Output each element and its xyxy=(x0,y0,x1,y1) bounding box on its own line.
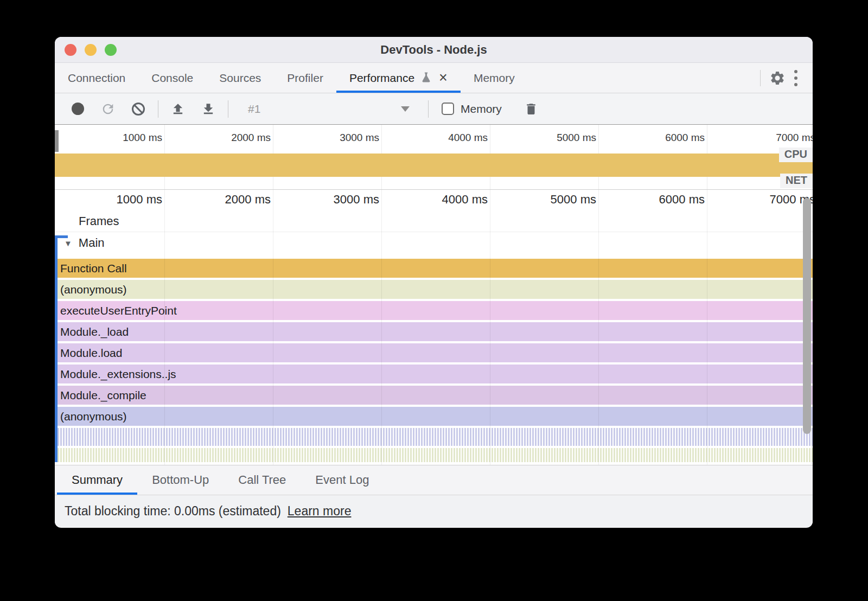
traffic-lights xyxy=(65,37,117,63)
kebab-dot xyxy=(794,76,797,80)
close-tab-icon[interactable]: × xyxy=(439,71,448,85)
main-track-header[interactable]: ▼ Main xyxy=(55,232,813,254)
flame-bar-module-extensions-js[interactable]: Module._extensions..js xyxy=(55,365,813,383)
vertical-scrollbar[interactable] xyxy=(803,198,811,434)
frames-track-header[interactable]: Frames xyxy=(55,210,813,232)
settings-button[interactable] xyxy=(761,70,794,86)
total-blocking-time-text: Total blocking time: 0.00ms (estimated) xyxy=(65,504,281,519)
flame-bar-anonymous[interactable]: (anonymous) xyxy=(55,280,813,299)
flame-bar-label: Module.load xyxy=(60,347,122,360)
overview-ruler-label: 7000 ms xyxy=(735,132,813,144)
tab-bottom-up[interactable]: Bottom-Up xyxy=(137,465,224,495)
flame-bar-module-load[interactable]: Module.load xyxy=(55,343,813,362)
overview-ruler-label: 1000 ms xyxy=(84,132,162,144)
overview-ruler-label: 6000 ms xyxy=(627,132,705,144)
learn-more-link[interactable]: Learn more xyxy=(288,504,352,519)
summary-statusbar: Total blocking time: 0.00ms (estimated) … xyxy=(55,495,813,527)
clear-button[interactable] xyxy=(123,101,154,117)
kebab-dot xyxy=(794,70,797,73)
tab-label: Console xyxy=(151,72,193,85)
trash-icon xyxy=(524,101,538,117)
flame-bar-label: (anonymous) xyxy=(60,283,127,296)
gridline xyxy=(598,190,599,465)
flame-bar-module-compile[interactable]: Module._compile xyxy=(55,386,813,405)
timeline-overview[interactable]: 1000 ms 2000 ms 3000 ms 4000 ms 5000 ms … xyxy=(55,125,813,190)
titlebar: DevTools - Node.js xyxy=(55,37,813,63)
overview-ruler-label: 3000 ms xyxy=(301,132,379,144)
tab-memory[interactable]: Memory xyxy=(461,63,528,93)
reload-and-record-button[interactable] xyxy=(93,101,123,117)
save-profile-button[interactable] xyxy=(193,101,224,117)
tab-label: Summary xyxy=(72,473,123,487)
collapse-triangle-icon[interactable]: ▼ xyxy=(64,239,72,248)
flame-bar-label: executeUserEntryPoint xyxy=(60,304,177,317)
frames-label: Frames xyxy=(79,214,119,228)
tab-label: Call Tree xyxy=(238,473,286,487)
load-profile-button[interactable] xyxy=(163,101,193,117)
tab-summary[interactable]: Summary xyxy=(57,465,137,495)
gridline xyxy=(164,190,165,465)
tab-call-tree[interactable]: Call Tree xyxy=(224,465,301,495)
record-button[interactable] xyxy=(62,103,93,115)
tab-console[interactable]: Console xyxy=(138,63,206,93)
upload-icon xyxy=(170,101,186,117)
flame-ruler-label: 7000 ms xyxy=(735,193,813,207)
profile-select[interactable]: #1 xyxy=(233,103,424,116)
gridline xyxy=(490,190,490,465)
flame-bar-execute-user-entry-point[interactable]: executeUserEntryPoint xyxy=(55,301,813,320)
profile-select-value: #1 xyxy=(248,103,260,116)
tab-label: Performance xyxy=(349,72,414,85)
tabbar-right-controls xyxy=(760,63,813,93)
garbage-collect-button[interactable] xyxy=(516,101,546,117)
flame-chart[interactable]: 1000 ms 2000 ms 3000 ms 4000 ms 5000 ms … xyxy=(55,190,813,465)
kebab-dot xyxy=(794,83,797,86)
flame-bar-label: (anonymous) xyxy=(60,410,127,423)
overview-left-handle[interactable] xyxy=(55,130,59,152)
record-icon xyxy=(72,103,84,115)
divider xyxy=(228,100,228,118)
tab-event-log[interactable]: Event Log xyxy=(301,465,384,495)
close-window-button[interactable] xyxy=(65,44,76,56)
more-options-button[interactable] xyxy=(794,70,797,86)
divider xyxy=(428,100,429,118)
tab-label: Bottom-Up xyxy=(152,473,209,487)
download-icon xyxy=(201,101,216,117)
performance-toolbar: #1 Memory xyxy=(55,93,813,125)
flame-ruler-label: 5000 ms xyxy=(518,193,596,207)
tab-profiler[interactable]: Profiler xyxy=(274,63,336,93)
experiment-flask-icon xyxy=(420,72,432,85)
memory-checkbox-group[interactable]: Memory xyxy=(442,103,502,116)
main-tabbar: Connection Console Sources Profiler Perf… xyxy=(55,63,813,93)
call-stack-bands: Function Call (anonymous) executeUserEnt… xyxy=(55,259,813,462)
tab-label: Profiler xyxy=(287,72,323,85)
flame-bar-anonymous-2[interactable]: (anonymous) xyxy=(55,407,813,426)
ban-icon xyxy=(131,101,146,117)
flame-bar-function-call[interactable]: Function Call xyxy=(55,259,813,278)
tab-sources[interactable]: Sources xyxy=(206,63,274,93)
tab-label: Event Log xyxy=(315,473,369,487)
gridline xyxy=(381,190,382,465)
cpu-band-label: CPU xyxy=(779,148,813,162)
memory-checkbox[interactable] xyxy=(442,103,454,115)
tab-performance[interactable]: Performance × xyxy=(336,63,461,93)
chevron-down-icon xyxy=(401,106,410,112)
overview-ruler-label: 5000 ms xyxy=(518,132,596,144)
flame-ruler-label: 3000 ms xyxy=(301,193,379,207)
flame-ruler-label: 6000 ms xyxy=(627,193,705,207)
selection-left-marker xyxy=(55,235,58,462)
minimize-window-button[interactable] xyxy=(85,44,97,56)
details-tabbar: Summary Bottom-Up Call Tree Event Log xyxy=(55,465,813,495)
tab-label: Memory xyxy=(474,72,515,85)
cpu-activity-band[interactable] xyxy=(55,154,813,177)
flame-striped-row-green[interactable] xyxy=(55,448,813,462)
zoom-window-button[interactable] xyxy=(105,44,117,56)
window-title: DevTools - Node.js xyxy=(380,43,487,57)
gear-icon xyxy=(769,70,786,86)
flame-bar-module-load-underscore[interactable]: Module._load xyxy=(55,322,813,341)
flame-striped-row-blue[interactable] xyxy=(55,428,813,446)
tab-connection[interactable]: Connection xyxy=(55,63,138,93)
flame-bar-label: Function Call xyxy=(60,262,127,275)
tab-label: Connection xyxy=(68,72,125,85)
flame-ruler-label: 1000 ms xyxy=(84,193,162,207)
overview-ruler-label: 2000 ms xyxy=(193,132,271,144)
